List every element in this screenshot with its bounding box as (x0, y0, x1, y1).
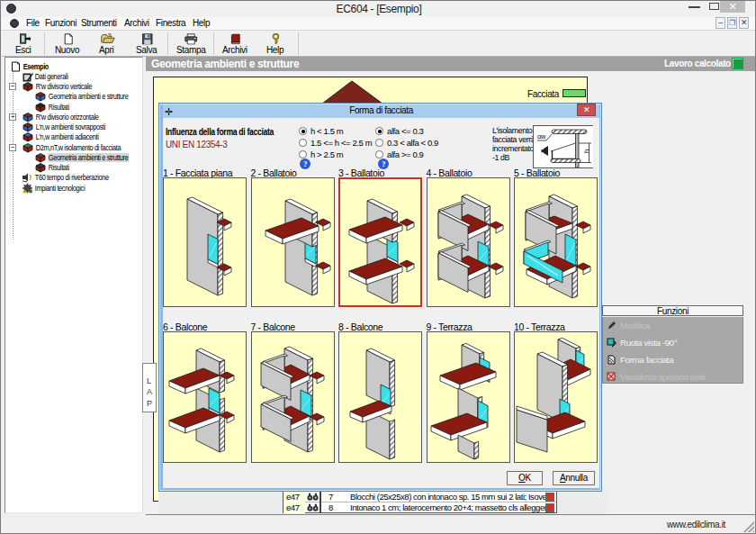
svg-text:αw: αw (537, 132, 546, 140)
svg-text:h: h (582, 149, 590, 153)
